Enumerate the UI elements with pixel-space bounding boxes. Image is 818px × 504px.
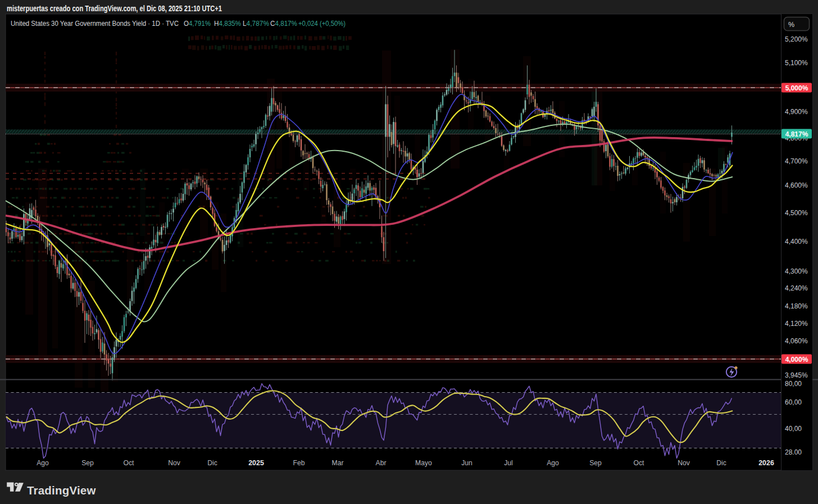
svg-text:5,200%: 5,200% xyxy=(785,35,808,43)
svg-text:2026: 2026 xyxy=(758,459,774,467)
svg-text:United States 30 Year Governme: United States 30 Year Government Bonds Y… xyxy=(11,19,179,28)
svg-text:Sep: Sep xyxy=(589,459,602,467)
svg-text:Ago: Ago xyxy=(37,459,49,467)
svg-text:misterpuertas creado con Tradi: misterpuertas creado con TradingView.com… xyxy=(7,4,222,13)
svg-text:4,060%: 4,060% xyxy=(785,337,808,345)
svg-text:4,700%: 4,700% xyxy=(785,157,808,165)
svg-text:%: % xyxy=(788,21,794,29)
svg-text:4,400%: 4,400% xyxy=(785,238,808,246)
svg-text:60,00: 60,00 xyxy=(785,398,802,406)
svg-text:4,600%: 4,600% xyxy=(785,181,808,189)
svg-text:4,180%: 4,180% xyxy=(785,302,808,310)
svg-text:28.00: 28.00 xyxy=(785,448,802,456)
svg-text:4,817%: 4,817% xyxy=(785,130,808,138)
svg-text:Jul: Jul xyxy=(504,459,513,467)
svg-text:Ago: Ago xyxy=(547,459,559,467)
svg-text:TradingView: TradingView xyxy=(27,484,96,497)
svg-text:80,00: 80,00 xyxy=(785,380,802,388)
svg-text:3,945%: 3,945% xyxy=(785,371,808,379)
svg-text:+0,024 (+0,50%): +0,024 (+0,50%) xyxy=(298,19,346,28)
svg-text:Oct: Oct xyxy=(124,459,135,467)
svg-text:Mar: Mar xyxy=(332,459,344,467)
svg-text:Nov: Nov xyxy=(168,459,181,467)
svg-text:Dic: Dic xyxy=(207,459,217,467)
svg-text:4,240%: 4,240% xyxy=(785,284,808,292)
svg-text:Sep: Sep xyxy=(81,459,94,467)
svg-text:4,300%: 4,300% xyxy=(785,267,808,275)
svg-text:Abr: Abr xyxy=(376,459,387,467)
svg-text:Feb: Feb xyxy=(293,459,305,467)
svg-text:4,500%: 4,500% xyxy=(785,209,808,217)
svg-text:5,000%: 5,000% xyxy=(785,84,808,92)
svg-text:4,000%: 4,000% xyxy=(785,356,808,364)
svg-text:2025: 2025 xyxy=(248,459,264,467)
svg-text:5,100%: 5,100% xyxy=(785,59,808,67)
svg-text:4,900%: 4,900% xyxy=(785,108,808,116)
svg-text:H4,835%: H4,835% xyxy=(214,19,241,28)
svg-text:O4,791%: O4,791% xyxy=(184,19,211,28)
svg-text:Jun: Jun xyxy=(461,459,472,467)
svg-text:L4,787%: L4,787% xyxy=(243,19,269,28)
svg-text:Nov: Nov xyxy=(678,459,690,467)
svg-text:C4,817%: C4,817% xyxy=(270,19,297,28)
svg-text:40,00: 40,00 xyxy=(785,425,802,433)
svg-text:Mayo: Mayo xyxy=(415,459,432,467)
svg-text:4,120%: 4,120% xyxy=(785,320,808,328)
svg-text:Dic: Dic xyxy=(716,459,726,467)
svg-text:Oct: Oct xyxy=(634,459,645,467)
